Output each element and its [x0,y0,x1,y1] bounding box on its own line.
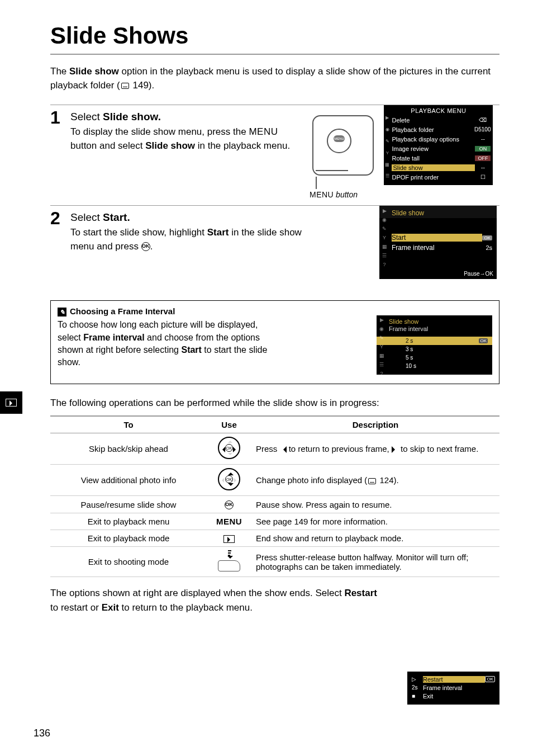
table-row: Skip back/skip aheadOKPress to return to… [50,433,499,465]
shutter-icon [218,550,240,571]
menu-glyph: MENU [216,517,242,526]
table-header-to: To [50,416,207,433]
note-text: To choose how long each picture will be … [58,319,281,369]
intro-paragraph: The Slide show option in the playback me… [50,65,499,92]
step-1-text: To display the slide show menu, press th… [70,125,305,153]
menu-button-on-camera: MENU [334,135,345,142]
operations-intro: The following operations can be performe… [50,398,499,409]
lcd-row: DPOF print order☐ [384,172,493,182]
menu-glyph: MENU [249,126,278,137]
lcd-header: PLAYBACK MENU [384,105,493,115]
lcd-row: ▷RestartOK [410,675,497,683]
right-arrow-icon [392,446,398,453]
lcd-row: Delete⌫ [384,115,493,125]
playback-icon [223,535,235,543]
ok-icon: OK [141,242,150,251]
lcd-option: 5 s [377,353,492,362]
end-options-screen: ▷RestartOK2sFrame interval■Exit [407,672,499,705]
table-row: Exit to playback modeEnd show and return… [50,530,499,547]
lcd-frame-interval-row: Frame interval [392,244,486,252]
playback-menu-screen: ▶◉✎Y▦☰ PLAYBACK MENU Delete⌫Playback fol… [384,105,493,185]
frame-interval-note: ✎Choosing a Frame Interval To choose how… [50,300,499,384]
note-icon: ✎ [58,308,66,316]
step-2: 2 Select Start. To start the slide show,… [50,205,499,289]
camera-caption: MENU button [310,190,358,199]
lcd-row: ■Exit [410,692,497,700]
end-options-text: The options shown at right are displayed… [50,586,380,615]
page-ref-icon [368,478,376,484]
frame-interval-screen: ▶◉✎Y▦☰? Slide show Frame interval 2 sOK3… [377,315,492,375]
step-2-text: To start the slide show, highlight Start… [70,226,305,253]
lcd-row: Image reviewON [384,144,493,153]
table-header-description: Description [251,416,499,433]
slide-show-menu-screen: ▶◉✎Y▦☰? Slide show StartOK Frame interva… [379,206,497,279]
lcd-row: 2sFrame interval [410,683,497,692]
table-row: View additional photo infoOKChange photo… [50,465,499,496]
lcd-option: 10 s [377,362,492,370]
lcd-option: 3 s [377,345,492,353]
lcd-row: Playback folderD5100 [384,125,493,134]
dpad-left-right-icon: OK [218,437,240,459]
operations-table: To Use Description Skip back/skip aheadO… [50,415,499,577]
lcd-row: Rotate tallOFF [384,153,493,163]
page-ref-icon [121,83,129,89]
step-1: 1 Select Slide show. To display the slid… [50,105,499,194]
section-tab-icon: .tab-icon .play-icon::after{border-left-… [0,391,22,414]
ok-icon: OK [225,500,234,509]
table-row: Pause/resume slide showOKPause show. Pre… [50,496,499,513]
step-number: 1 [50,107,60,128]
dpad-up-down-icon: OK [218,468,240,490]
page-title: Slide Shows [50,22,499,55]
camera-illustration: MENU [312,105,379,178]
left-arrow-icon [280,446,287,453]
table-row: Exit to playback menuMENUSee page 149 fo… [50,513,499,530]
lcd-row: Playback display options-- [384,134,493,144]
step-number: 2 [50,208,60,229]
table-row: Exit to shooting modePress shutter-relea… [50,547,499,577]
lcd-footer: Pause→OK [379,268,497,279]
page-number: 136 [34,727,50,739]
table-header-use: Use [207,416,251,433]
lcd-start-row: Start [392,234,482,242]
lcd-option: 2 sOK [377,337,492,345]
lcd-row: Slide show-- [384,163,493,172]
